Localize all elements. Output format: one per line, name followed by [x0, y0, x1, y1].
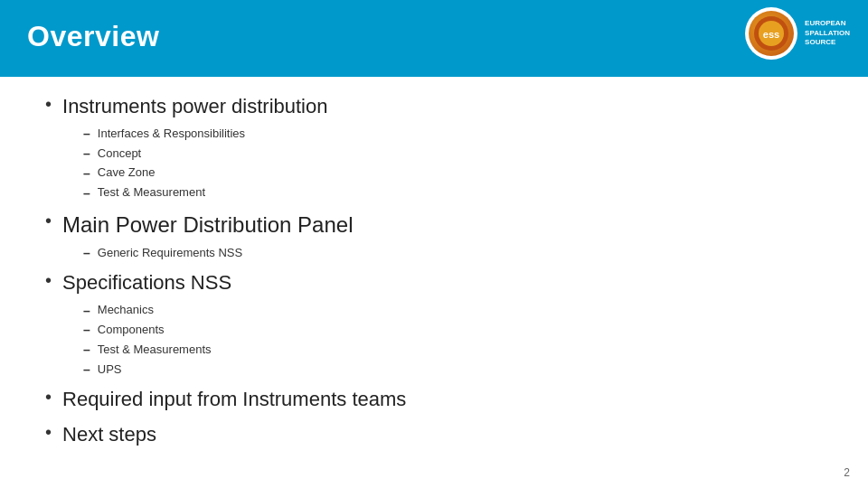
sub-bullets-specifications: – Mechanics – Components – Test & Measur…: [45, 301, 823, 379]
sub-bullet-test-measurements-text: Test & Measurements: [98, 341, 212, 360]
logo-inner: ess: [749, 11, 794, 56]
sub-bullet-test-measurement-text: Test & Measurement: [98, 183, 205, 202]
main-content: • Instruments power distribution – Inter…: [0, 77, 868, 465]
bullet-next-steps: • Next steps: [45, 421, 823, 449]
section-required-input: • Required input from Instruments teams: [45, 386, 823, 414]
sub-bullet-generic-req-text: Generic Requirements NSS: [98, 244, 242, 263]
bullet-specifications: • Specifications NSS: [45, 269, 823, 297]
sub-bullet-cave: – Cave Zone: [83, 164, 823, 183]
sub-bullet-test-measurements: – Test & Measurements: [83, 341, 823, 360]
sub-bullet-ups-text: UPS: [98, 361, 122, 380]
sub-bullet-mechanics: – Mechanics: [83, 301, 823, 320]
sub-bullet-cave-text: Cave Zone: [98, 164, 156, 183]
bullet-main-panel-text: Main Power Distribution Panel: [62, 210, 353, 240]
bullet-dot-5: •: [45, 419, 52, 445]
sub-bullet-concept-text: Concept: [98, 145, 141, 164]
slide-title: Overview: [27, 20, 159, 53]
logo-text: EUROPEAN SPALLATION SOURCE: [805, 19, 850, 47]
bullet-required-input: • Required input from Instruments teams: [45, 386, 823, 414]
slide: Overview ess EUROPEAN SPALLATION SOURCE: [0, 0, 868, 488]
bullet-specifications-text: Specifications NSS: [62, 269, 231, 297]
bullet-dot-4: •: [45, 384, 52, 409]
bullet-instruments-text: Instruments power distribution: [62, 93, 327, 121]
bullet-required-input-text: Required input from Instruments teams: [62, 386, 406, 414]
sub-bullet-test-measurement: – Test & Measurement: [83, 183, 823, 202]
sub-bullet-components-text: Components: [98, 321, 165, 340]
bullet-next-steps-text: Next steps: [62, 421, 156, 449]
bullet-instruments: • Instruments power distribution: [45, 93, 823, 121]
sub-bullet-interfaces: – Interfaces & Responsibilities: [83, 125, 823, 144]
ess-logo-svg: ess: [753, 15, 789, 52]
logo-sub-line3: SOURCE: [805, 38, 850, 47]
sub-bullet-ups: – UPS: [83, 361, 823, 380]
sub-bullets-main-panel: – Generic Requirements NSS: [45, 244, 823, 263]
sub-bullet-mechanics-text: Mechanics: [98, 301, 154, 320]
section-specifications: • Specifications NSS – Mechanics – Compo…: [45, 269, 823, 379]
sub-bullets-instruments: – Interfaces & Responsibilities – Concep…: [45, 125, 823, 202]
logo-area: ess EUROPEAN SPALLATION SOURCE: [745, 7, 850, 60]
section-next-steps: • Next steps: [45, 421, 823, 449]
bullet-dot-3: •: [45, 267, 52, 293]
bullet-dot-1: •: [45, 91, 52, 117]
section-instruments: • Instruments power distribution – Inter…: [45, 93, 823, 202]
section-main-panel: • Main Power Distribution Panel – Generi…: [45, 210, 823, 262]
logo-sub-line1: EUROPEAN: [805, 19, 850, 28]
bullet-dot-2: •: [45, 208, 52, 233]
bullet-main-panel: • Main Power Distribution Panel: [45, 210, 823, 240]
sub-bullet-components: – Components: [83, 321, 823, 340]
sub-bullet-generic-req: – Generic Requirements NSS: [83, 244, 823, 263]
svg-text:ess: ess: [763, 29, 779, 40]
header-bar: Overview ess EUROPEAN SPALLATION SOURCE: [0, 0, 868, 72]
page-number: 2: [844, 466, 850, 479]
sub-bullet-interfaces-text: Interfaces & Responsibilities: [98, 125, 245, 144]
logo-circle: ess: [745, 7, 797, 60]
logo-sub-line2: SPALLATION: [805, 29, 850, 38]
sub-bullet-concept: – Concept: [83, 145, 823, 164]
